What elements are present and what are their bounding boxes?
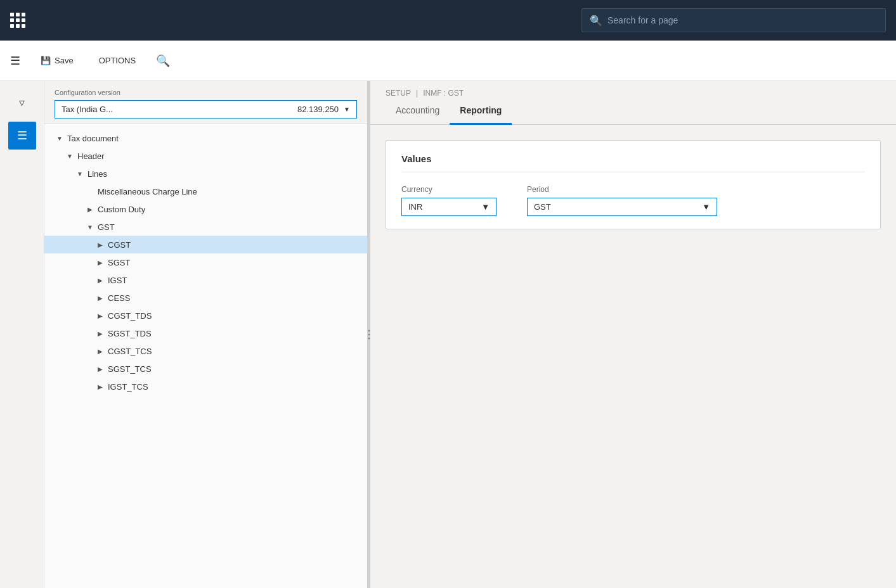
tab-accounting[interactable]: Accounting xyxy=(386,98,450,125)
tree-arrow-cess xyxy=(95,293,105,303)
breadcrumb-node: INMF : GST xyxy=(423,89,464,98)
tree-item-header[interactable]: Header xyxy=(44,147,367,165)
tree-panel: Tax document Header Lines Miscellaneous … xyxy=(44,124,367,588)
tree-arrow-cgst xyxy=(95,240,105,250)
tree-arrow-cgst-tcs xyxy=(95,346,105,356)
tree-item-tax-document[interactable]: Tax document xyxy=(44,129,367,147)
content-area: Values Currency INR ▼ Period GST ▼ xyxy=(370,125,896,588)
currency-chevron-icon: ▼ xyxy=(481,202,490,212)
config-label: Configuration version xyxy=(55,89,357,96)
tree-item-custom-duty[interactable]: Custom Duty xyxy=(44,200,367,218)
tree-item-igst-tcs[interactable]: IGST_TCS xyxy=(44,378,367,395)
tree-item-lines[interactable]: Lines xyxy=(44,165,367,182)
config-version-dropdown[interactable]: Tax (India G... 82.139.250 ▼ xyxy=(55,100,357,118)
hamburger-icon[interactable]: ☰ xyxy=(10,54,20,68)
tree-item-sgst-tds[interactable]: SGST_TDS xyxy=(44,324,367,342)
breadcrumb-setup: SETUP xyxy=(386,89,411,98)
tree-arrow-igst-tcs xyxy=(95,381,105,392)
chevron-down-icon: ▼ xyxy=(344,106,350,113)
config-version: 82.139.250 xyxy=(297,105,339,114)
save-button[interactable]: 💾 Save xyxy=(36,53,79,68)
tree-arrow-tax-document xyxy=(55,133,65,143)
main-layout: ▿ ☰ Configuration version Tax (India G..… xyxy=(0,81,896,588)
toolbar-search-icon[interactable]: 🔍 xyxy=(156,54,170,68)
tab-reporting[interactable]: Reporting xyxy=(450,98,512,125)
tree-item-gst[interactable]: GST xyxy=(44,218,367,236)
tree-item-misc-charge-line[interactable]: Miscellaneous Charge Line xyxy=(44,182,367,200)
options-button[interactable]: OPTIONS xyxy=(94,53,141,68)
values-title: Values xyxy=(401,153,865,172)
tree-arrow-sgst-tds xyxy=(95,328,105,338)
tree-arrow-header xyxy=(65,151,75,161)
config-section: Configuration version Tax (India G... 82… xyxy=(44,81,367,124)
period-value: GST xyxy=(534,202,551,212)
toolbar: ☰ 💾 Save OPTIONS 🔍 xyxy=(0,41,896,81)
top-bar: 🔍 xyxy=(0,0,896,41)
period-dropdown[interactable]: GST ▼ xyxy=(527,198,717,216)
tree-arrow-sgst-tcs xyxy=(95,364,105,374)
tree-item-sgst[interactable]: SGST xyxy=(44,253,367,271)
tree-arrow-lines xyxy=(75,169,85,179)
values-card: Values Currency INR ▼ Period GST ▼ xyxy=(386,140,881,229)
breadcrumb: SETUP | INMF : GST xyxy=(370,81,896,98)
icon-strip: ▿ ☰ xyxy=(0,81,44,588)
tabs-bar: Accounting Reporting xyxy=(370,98,896,125)
global-search-bar[interactable]: 🔍 xyxy=(581,8,886,32)
tree-arrow-custom-duty xyxy=(85,204,95,214)
app-launcher-icon[interactable] xyxy=(10,13,25,28)
tree-item-cess[interactable]: CESS xyxy=(44,289,367,307)
left-panel: Configuration version Tax (India G... 82… xyxy=(44,81,368,588)
tree-arrow-igst xyxy=(95,275,105,285)
tree-arrow-cgst-tds xyxy=(95,310,105,321)
currency-dropdown[interactable]: INR ▼ xyxy=(401,198,497,216)
currency-label: Currency xyxy=(401,185,497,194)
right-panel: SETUP | INMF : GST Accounting Reporting … xyxy=(370,81,896,588)
global-search-input[interactable] xyxy=(607,15,878,25)
tree-item-cgst[interactable]: CGST xyxy=(44,236,367,253)
tree-item-cgst-tcs[interactable]: CGST_TCS xyxy=(44,342,367,360)
tree-arrow-sgst xyxy=(95,257,105,267)
search-icon: 🔍 xyxy=(590,15,602,27)
currency-field-group: Currency INR ▼ xyxy=(401,185,497,216)
period-field-group: Period GST ▼ xyxy=(527,185,717,216)
breadcrumb-separator: | xyxy=(416,89,418,98)
resize-handle[interactable] xyxy=(368,81,370,588)
fields-row: Currency INR ▼ Period GST ▼ xyxy=(401,185,865,216)
tree-item-cgst-tds[interactable]: CGST_TDS xyxy=(44,307,367,324)
config-name: Tax (India G... xyxy=(62,105,297,114)
tree-item-sgst-tcs[interactable]: SGST_TCS xyxy=(44,360,367,378)
period-label: Period xyxy=(527,185,717,194)
tree-item-igst[interactable]: IGST xyxy=(44,271,367,289)
list-icon[interactable]: ☰ xyxy=(8,122,36,150)
currency-value: INR xyxy=(408,202,422,212)
tree-arrow-gst xyxy=(85,222,95,232)
tree-arrow-misc xyxy=(85,186,95,196)
period-chevron-icon: ▼ xyxy=(702,202,710,212)
save-icon: 💾 xyxy=(41,56,51,65)
filter-icon[interactable]: ▿ xyxy=(8,89,36,117)
